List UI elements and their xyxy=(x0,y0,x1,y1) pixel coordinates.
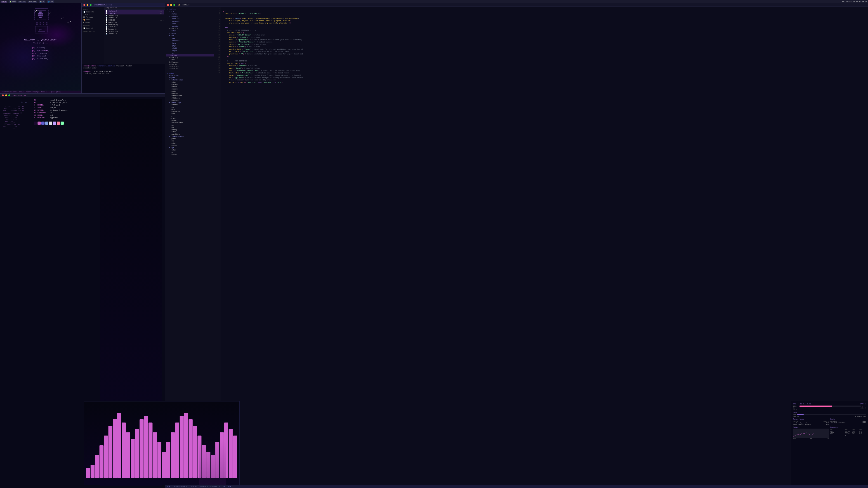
tree-install-org[interactable]: install.org xyxy=(166,66,214,68)
sidebar-item-documents[interactable]: 📄 Documents xyxy=(83,11,103,13)
tree-user-fontpkg[interactable]: fontPkg xyxy=(166,129,214,131)
qute-menu-newtab[interactable]: [t] [New tab] xyxy=(32,55,50,57)
file-item-readme2[interactable]: 📄 desktop.png xyxy=(105,24,164,26)
qute-menu-history[interactable]: [s h] [History] xyxy=(32,52,50,54)
tree-description[interactable]: description xyxy=(166,74,214,76)
tree-personal[interactable]: ▸ personal xyxy=(166,20,214,22)
file-item-install-org[interactable]: 📄 install.org xyxy=(105,14,164,17)
sidebar-item-music[interactable]: ♪ Music xyxy=(83,13,103,16)
tree-outputs[interactable]: outputs xyxy=(166,76,214,79)
neofetch-max[interactable] xyxy=(8,94,10,96)
editor-panel: 📁 .dotfiles ▼ .dotfiles ▸ .git ▸ patches… xyxy=(165,3,434,244)
max-btn[interactable] xyxy=(90,4,92,6)
tree-user-dotfilesdir[interactable]: dotfilesDir xyxy=(166,110,214,113)
tree-harden[interactable]: harden.sh xyxy=(166,63,214,66)
tree-sys-grubdevice[interactable]: grubDevice xyxy=(166,99,214,101)
tree-section-outline: ▼ Outline xyxy=(166,72,214,74)
file-item-readme[interactable]: 📄 README.org xyxy=(105,21,164,24)
qute-menu-quickmarks[interactable]: [b] [Quickmarks] xyxy=(32,50,50,52)
min-btn[interactable] xyxy=(87,4,88,6)
tree-np-system[interactable]: system xyxy=(166,138,214,140)
file-item-license[interactable]: 📄 LICENSE 34.2 K xyxy=(105,19,164,21)
file-item-install-sh[interactable]: 📄 install.sh xyxy=(105,17,164,19)
tree-user-wmtype[interactable]: wmType xyxy=(166,117,214,120)
file-item-harden[interactable]: 📄 harden.sh xyxy=(105,28,164,30)
file-item-flake2[interactable]: 📄 flake.nix xyxy=(105,26,164,28)
tree-user-defaultroamdir[interactable]: defaultRoamDir xyxy=(166,122,214,124)
tree-system[interactable]: ▸ system xyxy=(166,30,214,32)
tree-nixpkgs-patched[interactable]: ▼ nixpkgs-patched xyxy=(166,135,214,138)
tree-worklab[interactable]: ▸ worklab xyxy=(166,25,214,27)
tree-wm[interactable]: ▸ wm xyxy=(166,52,214,54)
tree-app[interactable]: ▸ app xyxy=(166,37,214,39)
tree-git[interactable]: ▸ .git xyxy=(166,10,214,13)
tree-sys-profile[interactable]: profile xyxy=(166,86,214,88)
tree-sys-bootmode[interactable]: bootMode xyxy=(166,92,214,95)
neofetch-min[interactable] xyxy=(5,94,7,96)
tree-np-patches[interactable]: patches xyxy=(166,144,214,147)
tree-work[interactable]: ▸ work xyxy=(166,22,214,25)
tree-sys-locale[interactable]: locale xyxy=(166,90,214,92)
tree-readme2[interactable]: README.org xyxy=(166,57,214,59)
tree-sys-dotfilesdir[interactable]: dotfilesDir xyxy=(166,97,214,99)
sidebar-item-external[interactable]: 💾 External xyxy=(83,27,103,30)
tree-patches[interactable]: ▸ patches xyxy=(166,13,214,15)
tree-hardware[interactable]: ▸ hardware xyxy=(166,39,214,42)
neofetch-close[interactable] xyxy=(2,94,4,96)
files-list[interactable]: 📄 flake.lock 27.5 K 📄 flake.nix 2.26 K 📄… xyxy=(104,9,165,64)
tree-sys-system[interactable]: system xyxy=(166,81,214,84)
tree-desktop-png[interactable]: desktop.png xyxy=(166,61,214,63)
editor-close[interactable] xyxy=(167,4,169,6)
tree-user-spawneditor[interactable]: spawnEditor xyxy=(166,133,214,135)
tree-themes[interactable]: ▸ themes xyxy=(166,32,214,35)
tree-home-lab[interactable]: ▸ home lab xyxy=(166,18,214,20)
file-item-install3[interactable]: 📄 install.sh xyxy=(105,33,164,35)
tree-sys-hostname[interactable]: hostname xyxy=(166,84,214,86)
tree-user[interactable]: ▼ user xyxy=(166,35,214,37)
file-item-install2[interactable]: 📄 install.org xyxy=(105,30,164,33)
tree-np-editor[interactable]: editor xyxy=(166,142,214,144)
tree-readme[interactable]: README.org xyxy=(166,27,214,30)
tree-system-settings[interactable]: ▼ systemSettings xyxy=(166,79,214,81)
net-badge: 🌐 108 xyxy=(47,0,54,3)
editor-body: ▼ .dotfiles ▸ .git ▸ patches ▼ profiles … xyxy=(165,7,434,244)
tree-user-settings[interactable]: ▼ userSettings xyxy=(166,101,214,104)
code-content[interactable]: { description = "Flake of LibrePhoenix";… xyxy=(221,7,434,244)
tree-pkgs-src[interactable]: src xyxy=(166,151,214,153)
tree-user-username[interactable]: username xyxy=(166,104,214,106)
tree-sys-timezone[interactable]: timezone xyxy=(166,88,214,90)
tree-pkgs[interactable]: ▸ pkgs xyxy=(166,44,214,47)
tree-install-sh[interactable]: install.sh xyxy=(166,68,214,70)
sidebar-item-pictures[interactable]: 🖼 Pictures xyxy=(83,16,103,19)
qute-menu-search[interactable]: [o] [Search] xyxy=(32,47,50,49)
neofetch-panel: emmet@snowfire \\ \\ ///\\\\ \\ \\ /// \… xyxy=(0,94,165,244)
file-item-flake-nix[interactable]: 📄 flake.nix 2.26 K xyxy=(105,12,164,14)
file-item-flake-lock[interactable]: 📄 flake.lock 27.5 K xyxy=(105,10,164,12)
tree-user-theme[interactable]: theme xyxy=(166,113,214,115)
tree-license[interactable]: LICENSE xyxy=(166,59,214,61)
tree-user-email[interactable]: email xyxy=(166,108,214,110)
tree-lang[interactable]: ▸ lang xyxy=(166,42,214,44)
close-btn[interactable] xyxy=(84,4,85,6)
editor-min[interactable] xyxy=(170,4,172,6)
tree-user-term[interactable]: term xyxy=(166,124,214,126)
tree-user-font[interactable]: font xyxy=(166,126,214,129)
tree-sys-bootmountpath[interactable]: bootMountPath xyxy=(166,95,214,97)
editor-max[interactable] xyxy=(174,4,175,6)
sidebar-item-themes[interactable]: 🎨 Themes xyxy=(83,19,103,21)
tree-user-name[interactable]: name xyxy=(166,106,214,108)
qute-menu-close[interactable]: [x] [Close tab] xyxy=(32,58,50,60)
tree-np-name[interactable]: name xyxy=(166,140,214,142)
tree-pkgs-patches[interactable]: patches xyxy=(166,153,214,156)
tree-style[interactable]: ▸ style xyxy=(166,49,214,52)
tree-user-wm[interactable]: wm xyxy=(166,115,214,117)
sidebar-item-videos[interactable]: ▶ Videos xyxy=(83,21,103,24)
tree-pkgs-system[interactable]: system xyxy=(166,149,214,151)
tree-shell[interactable]: ▸ shell xyxy=(166,47,214,49)
files-title: emmetfilesflake.nix xyxy=(94,4,112,6)
tree-pkgs[interactable]: ▼ pkgs xyxy=(166,147,214,149)
tree-user-browser[interactable]: browser xyxy=(166,120,214,122)
tree-user-editor[interactable]: editor xyxy=(166,131,214,133)
tree-profiles[interactable]: ▼ profiles xyxy=(166,15,214,18)
tree-flake-nix[interactable]: flake.nix xyxy=(166,54,214,57)
